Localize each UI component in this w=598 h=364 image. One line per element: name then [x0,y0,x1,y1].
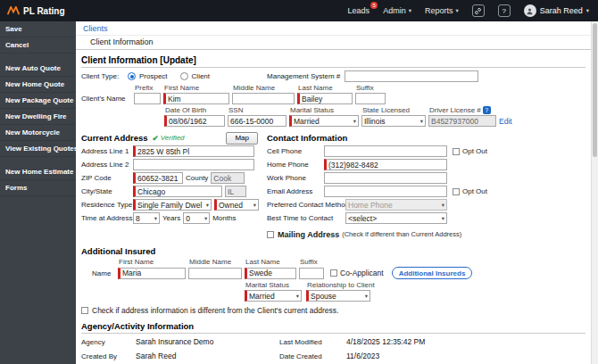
prefix-input[interactable] [134,93,161,104]
col-header-marital-status: Marital Status [289,106,359,114]
home-phone-label: Home Phone [267,161,324,169]
client-form: Client Information [Update] Client Type:… [76,50,598,360]
ai-relationship-select[interactable]: Spouse ▾ [306,290,370,302]
leads-label: Leads [348,6,370,15]
cell-phone-label: Cell Phone [267,147,324,155]
mailing-address-note: (Check if different than Current Address… [342,230,461,238]
ai-name-label: Name [81,269,115,277]
residence-type-select[interactable]: Single Family Dwel ▾ [133,199,212,211]
breadcrumb-clients-link[interactable]: Clients [76,21,598,36]
co-applicant-checkbox[interactable] [330,269,337,277]
additional-insured-status-grid: Marital Status Relationship to Client Ma… [81,281,586,302]
nav-reports[interactable]: Reports ▾ [425,6,459,15]
additional-insureds-button[interactable]: Additional Insureds [392,267,473,279]
vertical-scrollbar[interactable] [591,21,598,364]
sidebar-item-new-package-quote[interactable]: New Package Quote [0,93,76,109]
ssn-input[interactable] [228,115,287,127]
city-state-label: City/State [81,187,133,195]
home-phone-input[interactable] [324,159,447,170]
city-input[interactable] [133,186,222,197]
chevron-down-icon: ▾ [253,202,256,209]
sidebar-item-new-motorcycle[interactable]: New Motorcycle [0,125,76,141]
breadcrumb: Clients Client Information [76,21,598,50]
radio-prospect-label: Prospect [139,72,168,80]
col-header-ssn: SSN [228,106,287,114]
section-title-client-information: Client Information [Update] [81,55,586,65]
created-by-value: Sarah Reed [136,352,277,360]
first-name-input[interactable] [163,93,229,104]
ownership-select[interactable]: Owned ▾ [214,199,259,211]
scrollbar-thumb[interactable] [593,23,597,157]
col-header-prefix: Prefix [134,84,161,92]
sidebar-item-forms[interactable]: Forms [0,180,76,196]
section-title-agency-activity: Agency/Activity Information [81,321,586,331]
email-address-input[interactable] [324,186,447,197]
address-line1-label: Address Line 1 [81,147,133,155]
brand[interactable]: PL Rating [7,6,64,16]
edit-driver-license-link[interactable]: Edit [499,117,522,126]
best-time-to-contact-select[interactable]: <select> ▾ [345,212,447,224]
ai-first-name-input[interactable] [118,268,186,279]
last-name-input[interactable] [297,93,353,104]
cell-opt-out: Opt Out [453,147,487,155]
col-header-suffix: Suffix [355,84,386,92]
address-line1-input[interactable] [133,145,254,157]
years-select[interactable]: 8 ▾ [133,212,160,224]
mailing-address-checkbox[interactable] [267,231,274,238]
management-system-input[interactable] [345,70,478,82]
email-opt-out-checkbox[interactable] [453,188,460,195]
nav-leads[interactable]: Leads 5 [348,6,370,15]
middle-name-input[interactable] [232,93,295,104]
residence-type-label: Residence Type [81,201,133,209]
check-icon: ✔ [153,134,159,143]
link-icon[interactable] [472,4,485,17]
sidebar-item-view-existing-quotes[interactable]: View Existing Quotes [0,141,76,157]
address-contact-section: Current Address ✔ Verified Map Address L… [81,131,586,241]
sidebar: Save Cancel New Auto Quote New Home Quot… [0,21,76,364]
marital-status-select[interactable]: Married ▾ [289,115,359,127]
mailing-address-label: Mailing Address [278,230,339,239]
sidebar-item-cancel[interactable]: Cancel [0,37,76,54]
nav-admin[interactable]: Admin ▾ [383,6,411,15]
radio-client[interactable] [180,72,188,80]
user-menu[interactable]: Sarah Reed ▾ [524,4,589,17]
zip-code-input[interactable] [133,172,183,184]
leads-badge: 5 [370,2,378,9]
address-line2-input[interactable] [133,159,254,170]
months-select[interactable]: 0 ▾ [183,212,210,224]
help-icon[interactable]: ? [498,4,511,17]
col-header-first-name: First Name [163,84,229,92]
ai-middle-name-input[interactable] [188,268,242,279]
ai-last-name-input[interactable] [245,268,296,279]
chevron-down-icon: ▾ [353,118,356,125]
current-address-header: Current Address ✔ Verified Map [81,131,262,145]
sidebar-item-save[interactable]: Save [0,21,76,37]
radio-client-label: Client [192,72,210,80]
ai-marital-status-select[interactable]: Married ▾ [245,290,302,302]
ai-address-different-row: Check if address information is differen… [81,306,586,315]
cell-opt-out-checkbox[interactable] [453,148,460,155]
sidebar-item-new-dwelling-fire[interactable]: New Dwelling Fire [0,109,76,125]
suffix-input[interactable] [355,93,386,104]
brand-icon [7,6,20,15]
county-input [211,172,245,184]
radio-prospect[interactable] [128,72,136,80]
work-phone-input[interactable] [324,172,447,184]
ai-address-different-checkbox[interactable] [81,307,88,314]
ai-suffix-input[interactable] [299,268,324,279]
col-header-last-name: Last Name [297,84,353,92]
state-licensed-select[interactable]: Illinois ▾ [361,115,426,127]
chevron-down-icon: ▾ [365,293,368,300]
avatar [524,4,536,17]
help-icon[interactable]: ? [483,106,491,114]
brand-label: PL Rating [23,6,64,16]
sidebar-item-new-home-quote[interactable]: New Home Quote [0,77,76,93]
map-button[interactable]: Map [226,132,258,145]
sidebar-item-new-home-estimate[interactable]: New Home Estimate [0,164,76,180]
date-of-birth-input[interactable] [164,115,225,127]
client-name-grid: Prefix First Name Middle Name Last Name … [81,84,586,104]
cell-phone-input[interactable] [324,145,447,157]
co-applicant-group: Co-Applicant Additional Insureds [327,267,586,279]
state-input [225,186,246,197]
sidebar-item-new-auto-quote[interactable]: New Auto Quote [0,61,76,77]
